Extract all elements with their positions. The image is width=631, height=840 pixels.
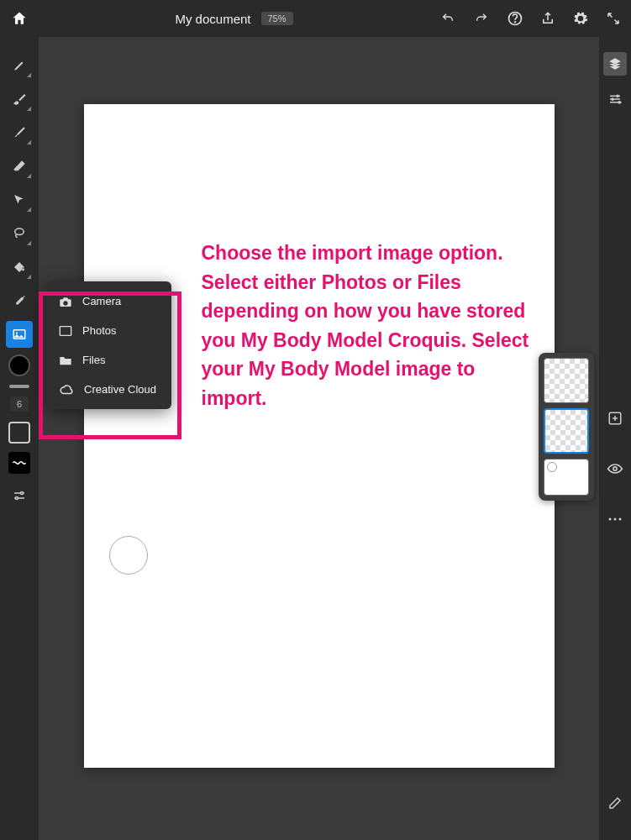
left-toolbar: 6 [0,37,39,840]
right-panel [599,37,631,840]
eyedropper-tool[interactable] [6,287,33,314]
topbar-center: My document 75% [29,12,439,26]
fill-tool[interactable] [6,254,33,281]
brush-icon [12,92,27,107]
popup-item-label: Photos [82,324,116,337]
adjustments-tool[interactable] [6,482,33,509]
lasso-icon [12,226,27,241]
undo-icon [439,12,456,25]
help-button[interactable] [507,10,523,27]
bucket-icon [12,260,27,275]
brush-tool[interactable] [6,86,33,113]
popup-item-camera[interactable]: Camera [47,286,171,316]
topbar: My document 75% [0,0,631,37]
eraser-icon [12,159,27,174]
more-options-button[interactable] [603,507,627,531]
home-button[interactable] [10,9,29,28]
layers-icon [607,56,623,71]
pixel-brush-tool[interactable] [6,52,33,79]
share-button[interactable] [540,10,555,27]
layer-thumb-selected[interactable] [544,408,589,454]
zoom-level[interactable]: 75% [261,12,293,25]
visibility-button[interactable] [603,457,627,480]
layers-thumbnails [539,353,594,501]
add-layer-button[interactable] [603,407,627,430]
popup-item-label: Camera [82,295,121,307]
brush-size-preview[interactable] [9,385,29,388]
redo-button[interactable] [473,12,490,25]
svg-point-13 [609,518,612,521]
camera-icon [59,296,72,307]
svg-point-15 [619,518,622,521]
svg-point-4 [16,332,18,333]
paint-brush-tool[interactable] [6,119,33,146]
svg-point-9 [612,98,613,100]
photos-icon [59,325,72,337]
topbar-right [439,10,621,27]
pixel-brush-icon [12,58,27,73]
share-icon [540,10,555,27]
home-icon [11,10,28,27]
shape-tool[interactable] [8,422,30,444]
settings-button[interactable] [572,10,589,27]
popup-item-photos[interactable]: Photos [47,316,171,345]
layers-panel-button[interactable] [603,52,627,76]
instruction-text: Choose the import image option. Select e… [202,239,529,412]
move-icon [12,192,27,207]
svg-point-6 [16,497,18,500]
expand-icon [606,11,621,26]
color-swatch[interactable] [8,354,30,376]
eraser-tool[interactable] [6,153,33,180]
cc-icon [59,384,74,396]
svg-point-2 [15,228,24,235]
svg-point-10 [618,102,620,103]
eyedropper-icon [12,293,27,308]
lasso-tool[interactable] [6,220,33,247]
plus-box-icon [607,411,623,426]
dots-icon [607,517,623,522]
wave-icon [12,459,27,467]
popup-item-label: Creative Cloud [84,383,156,396]
paint-brush-icon [12,125,27,140]
document-title[interactable]: My document [175,12,250,26]
svg-point-8 [617,95,618,97]
undo-button[interactable] [439,12,456,25]
layer-thumb[interactable] [544,459,589,496]
image-import-tool[interactable] [6,321,33,348]
move-tool[interactable] [6,186,33,213]
pencil-icon [607,795,623,811]
svg-rect-7 [60,326,71,335]
redo-icon [473,12,490,25]
properties-panel-button[interactable] [603,87,627,111]
image-icon [12,327,27,342]
fullscreen-button[interactable] [606,11,621,26]
svg-point-5 [21,492,24,495]
svg-point-1 [515,22,516,23]
layer-thumb[interactable] [544,358,589,403]
canvas-area: Choose the import image option. Select e… [39,37,599,840]
sliders-icon [607,92,623,107]
canvas[interactable]: Choose the import image option. Select e… [84,104,555,768]
brush-size-value[interactable]: 6 [10,396,29,412]
popup-item-label: Files [82,354,105,366]
svg-point-12 [613,467,617,470]
edit-button[interactable] [603,791,627,815]
svg-point-14 [614,518,617,521]
gear-icon [572,10,589,27]
sliders-icon [12,488,27,503]
popup-item-files[interactable]: Files [47,345,171,375]
import-popup: Camera Photos Files Creative Cloud [47,281,171,409]
eye-icon [607,463,623,475]
brush-cursor [109,536,148,575]
popup-item-creative-cloud[interactable]: Creative Cloud [47,375,171,404]
effects-tool[interactable] [8,452,30,474]
help-icon [507,10,523,27]
files-icon [59,354,72,366]
